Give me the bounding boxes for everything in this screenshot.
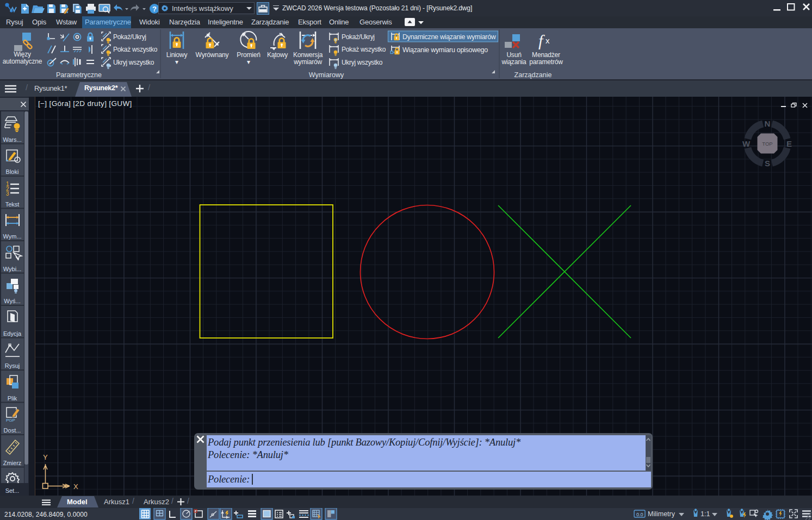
svg-text:E: E — [786, 139, 792, 148]
svg-text:PGP: PGP — [6, 418, 15, 423]
svg-text:x: x — [546, 36, 550, 45]
svg-text:TOP: TOP — [762, 141, 772, 147]
svg-text:N: N — [765, 119, 771, 128]
svg-text:[−] [Góra] [2D druty] [GUW]: [−] [Góra] [2D druty] [GUW] — [38, 99, 132, 108]
svg-text:1:1: 1:1 — [701, 510, 710, 518]
svg-text:S: S — [765, 159, 770, 168]
svg-text:?: ? — [152, 5, 157, 13]
svg-text:W: W — [742, 139, 751, 148]
svg-text:f: f — [538, 32, 545, 49]
svg-text:0.0: 0.0 — [636, 512, 643, 517]
svg-text:Milimetry: Milimetry — [648, 510, 675, 518]
svg-text:Y: Y — [43, 453, 48, 461]
svg-text:3: 3 — [6, 191, 9, 197]
svg-text:X: X — [73, 483, 78, 491]
